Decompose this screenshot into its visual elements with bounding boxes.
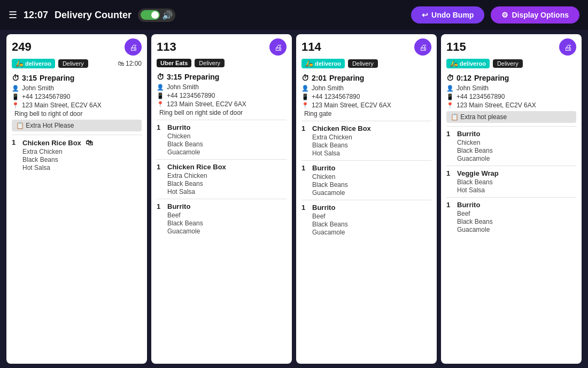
phone-icon: 📱 bbox=[12, 93, 19, 100]
order-name: Burrito bbox=[312, 203, 335, 212]
card-badges: Uber Eats Delivery bbox=[151, 58, 292, 71]
order-item-row: 1 Veggie Wrap bbox=[446, 169, 576, 177]
order-modifier: Black Beans bbox=[12, 156, 142, 163]
order-qty: 1 bbox=[157, 163, 164, 171]
order-name: Chicken Rice Box bbox=[312, 124, 371, 132]
card-timer: ⏱ 2:01 Preparing bbox=[301, 74, 431, 82]
note-icon: 📋 bbox=[16, 122, 24, 129]
order-modifier: Chicken bbox=[157, 132, 287, 140]
order-modifier: Beef bbox=[157, 212, 287, 219]
gear-icon: ⚙ bbox=[501, 11, 508, 19]
order-modifier: Guacamole bbox=[301, 229, 431, 236]
header-title: Delivery Counter bbox=[55, 10, 131, 21]
order-item-row: 1 Burrito bbox=[301, 164, 431, 172]
order-item-row: 1 Burrito bbox=[446, 201, 576, 209]
order-card-249: 249 🖨 🛵 deliveroo Delivery 🛍 12:00 ⏱ 3:1… bbox=[6, 34, 147, 364]
customer-address: 123 Main Street, EC2V 6AX bbox=[457, 101, 536, 109]
ubereats-badge: Uber Eats bbox=[157, 59, 191, 67]
order-item-row: 1 Chicken Rice Box bbox=[157, 163, 287, 171]
customer-address: 123 Main Street, EC2V 6AX bbox=[167, 100, 246, 108]
location-icon: 📍 bbox=[157, 101, 164, 108]
customer-name: John Smith bbox=[22, 84, 54, 92]
clock-icon: ⏱ bbox=[446, 74, 454, 82]
customer-name-row: 👤 John Smith bbox=[446, 84, 576, 92]
order-card-115: 115 🖨 🛵 deliveroo Delivery ⏱ 0:12 Prepar… bbox=[441, 34, 582, 364]
undo-bump-button[interactable]: ↩ Undo Bump bbox=[411, 6, 484, 24]
card-timer: ⏱ 3:15 Preparing bbox=[12, 74, 142, 82]
order-modifier: Extra Chicken bbox=[301, 134, 431, 141]
location-icon: 📍 bbox=[446, 102, 454, 109]
app-header: ☰ 12:07 Delivery Counter 🔊 ↩ Undo Bump ⚙… bbox=[0, 0, 588, 30]
card-header: 249 🖨 bbox=[6, 34, 147, 58]
deliveroo-badge: 🛵 deliveroo bbox=[301, 59, 345, 68]
delivery-note: Ring bell on right side of door bbox=[157, 109, 287, 116]
clock-icon: ⏱ bbox=[157, 73, 164, 81]
customer-address-row: 📍 123 Main Street, EC2V 6AX bbox=[446, 101, 576, 109]
order-modifier: Hot Salsa bbox=[12, 164, 142, 171]
delivery-badge: Delivery bbox=[195, 59, 225, 67]
order-name: Chicken Rice Box bbox=[167, 163, 226, 171]
order-modifier: Black Beans bbox=[301, 221, 431, 228]
order-qty: 1 bbox=[446, 201, 454, 209]
customer-name: John Smith bbox=[457, 84, 489, 92]
card-number: 115 bbox=[446, 40, 466, 54]
order-modifier: Chicken bbox=[446, 139, 576, 146]
order-modifier: Black Beans bbox=[157, 220, 287, 227]
card-header: 115 🖨 bbox=[441, 34, 582, 58]
order-modifier: Black Beans bbox=[157, 180, 287, 187]
order-item-row: 1 Burrito bbox=[157, 123, 287, 131]
customer-address-row: 📍 123 Main Street, EC2V 6AX bbox=[301, 101, 431, 109]
print-button[interactable]: 🖨 bbox=[559, 38, 576, 56]
customer-phone-row: 📱 +44 1234567890 bbox=[446, 93, 576, 100]
order-item-row: 1 Burrito bbox=[446, 130, 576, 138]
order-qty: 1 bbox=[446, 130, 454, 138]
print-button[interactable]: 🖨 bbox=[414, 38, 431, 56]
timer-value: 3:15 bbox=[22, 74, 37, 82]
delivery-note: Ring gate bbox=[301, 110, 431, 118]
customer-name-row: 👤 John Smith bbox=[301, 84, 431, 92]
sound-toggle[interactable]: 🔊 bbox=[138, 9, 175, 22]
order-item-row: 1 Burrito bbox=[157, 202, 287, 210]
order-card-114: 114 🖨 🛵 deliveroo Delivery ⏱ 2:01 Prepar… bbox=[296, 34, 437, 364]
order-name: Chicken Rice Box🛍 bbox=[22, 138, 93, 147]
status-label: Preparing bbox=[329, 74, 364, 82]
customer-phone-row: 📱 +44 1234567890 bbox=[301, 93, 431, 100]
customer-address: 123 Main Street, EC2V 6AX bbox=[312, 101, 391, 109]
order-modifier: Chicken bbox=[301, 173, 431, 181]
customer-name: John Smith bbox=[312, 84, 344, 92]
deliveroo-badge: 🛵 deliveroo bbox=[12, 59, 55, 68]
cards-container: 249 🖨 🛵 deliveroo Delivery 🛍 12:00 ⏱ 3:1… bbox=[0, 30, 588, 368]
menu-icon[interactable]: ☰ bbox=[9, 9, 17, 21]
print-button[interactable]: 🖨 bbox=[125, 38, 142, 56]
card-badges: 🛵 deliveroo Delivery bbox=[441, 58, 582, 72]
card-number: 249 bbox=[12, 40, 32, 54]
display-options-button[interactable]: ⚙ Display Options bbox=[491, 6, 579, 24]
time-badge: 🛍 12:00 bbox=[118, 60, 142, 67]
order-qty: 1 bbox=[446, 169, 454, 177]
note-icon: 📋 bbox=[451, 113, 459, 121]
person-icon: 👤 bbox=[301, 85, 309, 92]
card-body: ⏱ 2:01 Preparing 👤 John Smith 📱 +44 1234… bbox=[296, 72, 437, 364]
order-modifier: Hot Salsa bbox=[446, 186, 576, 194]
print-button[interactable]: 🖨 bbox=[269, 38, 287, 56]
order-name: Burrito bbox=[167, 123, 190, 131]
status-label: Preparing bbox=[474, 74, 509, 82]
phone-icon: 📱 bbox=[157, 92, 164, 99]
person-icon: 👤 bbox=[446, 85, 454, 92]
status-label: Preparing bbox=[40, 74, 74, 82]
order-modifier: Hot Salsa bbox=[301, 150, 431, 157]
customer-address-row: 📍 123 Main Street, EC2V 6AX bbox=[12, 101, 142, 109]
customer-address: 123 Main Street, EC2V 6AX bbox=[22, 101, 102, 109]
order-item-row: 1 Chicken Rice Box bbox=[301, 124, 431, 132]
card-timer: ⏱ 0:12 Preparing bbox=[446, 74, 576, 82]
toggle-switch[interactable] bbox=[141, 10, 160, 20]
phone-icon: 📱 bbox=[446, 93, 454, 100]
undo-icon: ↩ bbox=[422, 11, 428, 19]
order-qty: 1 bbox=[12, 138, 19, 146]
customer-name: John Smith bbox=[167, 83, 199, 91]
customer-phone: +44 1234567890 bbox=[457, 93, 505, 100]
order-name: Burrito bbox=[457, 130, 480, 138]
delivery-note: Ring bell to right of door bbox=[12, 110, 142, 118]
order-modifier: Hot Salsa bbox=[157, 188, 287, 195]
order-modifier: Extra Chicken bbox=[12, 148, 142, 155]
